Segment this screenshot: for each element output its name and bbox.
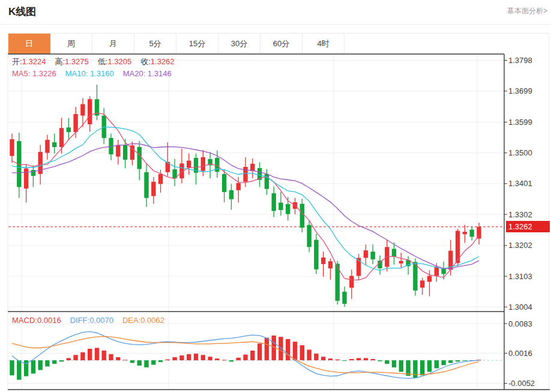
svg-text:1.3302: 1.3302 <box>508 210 532 219</box>
last-price-badge: 1.3262 <box>506 221 550 232</box>
maLegend-item-2: MA20: 1.3146 <box>123 69 172 78</box>
ohlcLegend-item-0: 开:1.3224 <box>12 57 46 66</box>
svg-text:1.3500: 1.3500 <box>508 148 532 157</box>
ma10-line <box>12 127 479 271</box>
ohlcLegend-item-1: 高:1.3275 <box>55 57 88 66</box>
macdLegend-item-2: DEA:0.0062 <box>122 316 164 325</box>
maLegend-item-0: MA5: 1.3226 <box>12 69 56 78</box>
svg-text:0.0016: 0.0016 <box>508 349 532 358</box>
ohlcLegend-item-2: 低:1.3205 <box>98 57 131 66</box>
svg-text:-0.0052: -0.0052 <box>508 379 535 388</box>
svg-text:0.0083: 0.0083 <box>508 319 532 328</box>
svg-text:1.3202: 1.3202 <box>508 241 532 250</box>
ohlc-legend: 开:1.3224高:1.3275低:1.3205收:1.3262 <box>12 56 184 67</box>
ma-legend: MA5: 1.3226MA10: 1.3160MA20: 1.3146 <box>12 69 181 78</box>
svg-text:1.3004: 1.3004 <box>508 303 532 312</box>
svg-text:1.3103: 1.3103 <box>508 272 532 281</box>
kline-page: K线图 基本面分析> 日周月5分15分30分60分4时 开:1.3224高:1.… <box>0 0 551 392</box>
svg-text:1.3401: 1.3401 <box>508 179 532 188</box>
ohlcLegend-item-3: 收:1.3262 <box>140 57 174 66</box>
macdLegend-item-0: MACD:0.0016 <box>12 316 61 325</box>
ma5-line <box>12 113 479 280</box>
svg-text:1.3699: 1.3699 <box>508 86 532 95</box>
macd-legend: MACD:0.0016DIFF:0.0070DEA:0.0062 <box>12 316 173 325</box>
macdLegend-item-1: DIFF:0.0070 <box>70 316 113 325</box>
maLegend-item-1: MA10: 1.3160 <box>65 69 114 78</box>
svg-text:1.3798: 1.3798 <box>508 56 532 65</box>
candles <box>10 85 481 307</box>
svg-text:1.3599: 1.3599 <box>508 118 532 127</box>
